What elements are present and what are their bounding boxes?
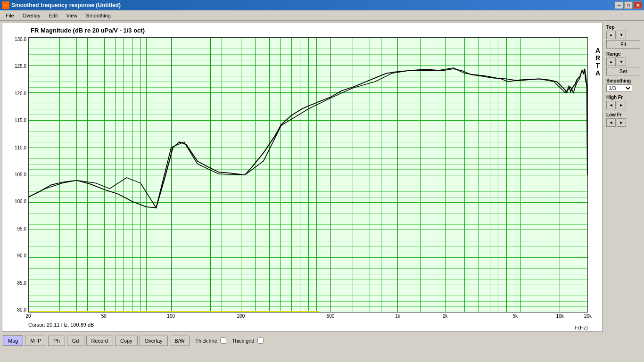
x-label-100: 100 (167, 313, 175, 319)
y-label-95: 95.0 (17, 227, 26, 231)
y-label-85: 85.0 (17, 281, 26, 286)
x-axis: 20 50 100 200 500 1k 2k 5k 10k 20k F(Hz) (28, 313, 588, 331)
smoothing-select[interactable]: Off 1/48 1/24 1/12 1/6 1/3 1/2 1 (606, 84, 632, 92)
y-label-90: 90.0 (17, 254, 26, 258)
arta-label: ARTA (595, 47, 600, 77)
x-label-2k: 2k (443, 313, 448, 319)
x-label-5k: 5k (512, 313, 518, 319)
right-panel: Top ▲ ▼ Fit Range ▲ ▼ Set Smoothing Off … (604, 23, 642, 332)
low-fr-arrows: ◄ ► (606, 118, 640, 127)
x-label-20k: 20k (584, 313, 592, 319)
gd-button[interactable]: Gd (67, 336, 84, 346)
thick-grid-checkbox[interactable] (257, 337, 264, 344)
mag-button[interactable]: Mag (3, 336, 23, 346)
low-fr-right-button[interactable]: ► (617, 118, 626, 127)
top-down-button[interactable]: ▼ (617, 31, 626, 39)
range-section: Range ▲ ▼ Set (606, 51, 640, 75)
low-fr-label: Low Fr (606, 112, 640, 117)
high-fr-arrows: ◄ ► (606, 101, 640, 109)
record-button[interactable]: Record (86, 336, 113, 346)
smoothing-label: Smoothing (606, 78, 640, 83)
set-button[interactable]: Set (606, 67, 640, 75)
app-icon: ~ (2, 1, 9, 9)
y-label-125: 125.0 (15, 64, 26, 69)
y-axis: 130.0 125.0 120.0 115.0 110.0 105.0 100.… (2, 37, 28, 313)
frequency-response-curve (29, 68, 587, 208)
y-label-110: 110.0 (15, 146, 26, 150)
ph-button[interactable]: Ph (48, 336, 65, 346)
thick-line-label: Thick line (195, 338, 217, 344)
y-label-115: 115.0 (15, 118, 26, 123)
thick-grid-label: Thick grid (232, 338, 255, 344)
title-bar: ~ Smoothed frequency response (Untitled)… (0, 0, 644, 10)
menu-smoothing[interactable]: Smoothing (82, 12, 115, 19)
chart-inner (28, 37, 588, 313)
y-label-130: 130.0 (15, 37, 26, 42)
x-label-200: 200 (237, 313, 245, 319)
smoothing-section: Smoothing Off 1/48 1/24 1/12 1/6 1/3 1/2… (606, 78, 640, 92)
chart-wrapper: FR Magnitude (dB re 20 uPa/V - 1/3 oct) … (2, 23, 603, 332)
y-label-100: 100.0 (15, 199, 26, 204)
y-label-80: 80.0 (17, 308, 26, 313)
close-button[interactable]: ✕ (634, 1, 642, 9)
low-fr-left-button[interactable]: ◄ (606, 118, 616, 127)
minimize-button[interactable]: ─ (615, 1, 623, 9)
fit-button[interactable]: Fit (606, 40, 640, 49)
range-label: Range (606, 51, 640, 57)
menu-file[interactable]: File (2, 12, 18, 19)
window-title: Smoothed frequency response (Untitled) (11, 2, 121, 8)
x-unit: F(Hz) (575, 325, 588, 330)
x-label-500: 500 (327, 313, 335, 319)
top-arrows: ▲ ▼ (606, 31, 640, 39)
copy-button[interactable]: Copy (115, 336, 138, 346)
high-fr-label: High Fr (606, 95, 640, 100)
chart-title: FR Magnitude (dB re 20 uPa/V - 1/3 oct) (31, 27, 145, 34)
high-fr-section: High Fr ◄ ► (606, 95, 640, 109)
high-fr-left-button[interactable]: ◄ (606, 101, 616, 109)
mp-button[interactable]: M+P (25, 336, 46, 346)
top-section: Top ▲ ▼ Fit (606, 25, 640, 49)
y-label-120: 120.0 (15, 91, 26, 96)
menu-overlay[interactable]: Overlay (19, 12, 44, 19)
range-up-button[interactable]: ▲ (606, 58, 616, 66)
toolbar: Mag M+P Ph Gd Record Copy Overlay B/W Th… (0, 334, 644, 347)
x-label-20: 20 (25, 313, 31, 319)
menu-bar: File Overlay Edit View Smoothing (0, 10, 644, 21)
x-label-50: 50 (101, 313, 107, 319)
title-bar-left: ~ Smoothed frequency response (Untitled) (2, 1, 121, 9)
top-label: Top (606, 25, 640, 30)
low-fr-section: Low Fr ◄ ► (606, 112, 640, 127)
top-up-button[interactable]: ▲ (606, 31, 616, 39)
cursor-info: Cursor: 20.11 Hz, 100.89 dB (28, 322, 94, 328)
title-bar-buttons[interactable]: ─ □ ✕ (615, 1, 642, 9)
menu-view[interactable]: View (63, 12, 82, 19)
x-label-10k: 10k (556, 313, 564, 319)
bw-button[interactable]: B/W (170, 336, 190, 346)
main-container: FR Magnitude (dB re 20 uPa/V - 1/3 oct) … (0, 21, 644, 334)
y-label-105: 105.0 (15, 173, 26, 177)
range-down-button[interactable]: ▼ (617, 58, 626, 66)
high-fr-right-button[interactable]: ► (617, 101, 626, 109)
range-arrows: ▲ ▼ (606, 58, 640, 66)
x-label-1k: 1k (395, 313, 400, 319)
thick-line-checkbox[interactable] (220, 337, 226, 344)
overlay-button[interactable]: Overlay (140, 336, 168, 346)
menu-edit[interactable]: Edit (45, 12, 62, 19)
maximize-button[interactable]: □ (624, 1, 633, 9)
